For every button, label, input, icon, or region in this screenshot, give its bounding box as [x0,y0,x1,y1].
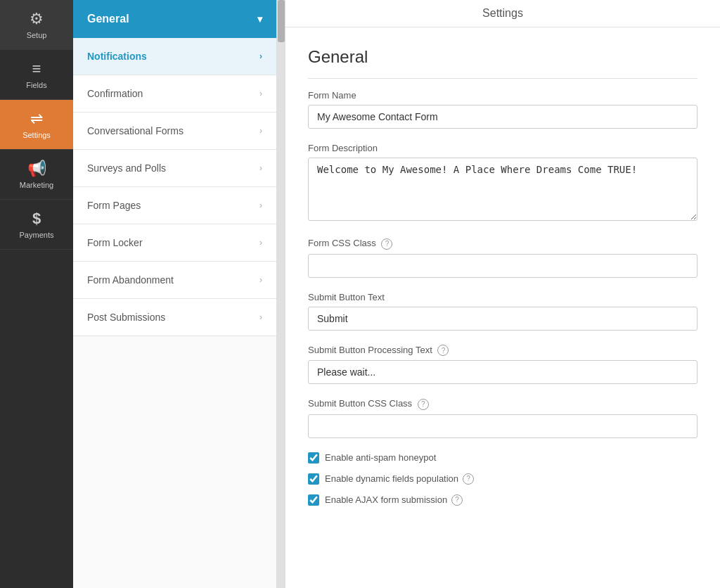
submit-button-text-group: Submit Button Text [308,292,698,331]
sidebar-item-label-confirmation: Confirmation [87,88,143,99]
submit-button-css-label: Submit Button CSS Class ? [308,398,698,410]
sidebar-item-label-form-abandonment: Form Abandonment [87,274,174,286]
antispam-label: Enable anti-spam honeypot [325,452,436,463]
second-sidebar: General ▾ Notifications › Confirmation ›… [73,0,277,588]
submit-button-processing-group: Submit Button Processing Text ? [308,345,698,385]
form-css-class-input[interactable] [308,254,698,278]
main-content: Settings General Form Name Form Descript… [285,0,720,588]
dynamic-fields-help-icon[interactable]: ? [463,473,474,485]
payments-icon: $ [32,210,41,228]
content-area: General Form Name Form Description Welco… [285,27,720,588]
form-css-class-group: Form CSS Class ? [308,238,698,278]
submit-button-processing-input[interactable] [308,360,698,384]
dynamic-fields-checkbox-group: Enable dynamic fields population ? [308,473,698,485]
ajax-submit-checkbox[interactable] [308,494,319,506]
fields-icon: ≡ [32,60,41,78]
ajax-submit-help-icon[interactable]: ? [451,494,463,506]
sidebar-item-setup[interactable]: ⚙ Setup [0,0,73,50]
sidebar-item-payments[interactable]: $ Payments [0,200,73,250]
sidebar-item-fields[interactable]: ≡ Fields [0,50,73,100]
sidebar-item-label-surveys-polls: Surveys and Polls [87,162,166,174]
second-sidebar-header-label: General [87,13,129,25]
submit-button-processing-label: Submit Button Processing Text ? [308,345,698,357]
sidebar-item-label-notifications: Notifications [87,51,147,62]
chevron-right-icon: › [259,126,262,136]
antispam-checkbox[interactable] [308,452,319,464]
submit-css-help-icon[interactable]: ? [418,399,429,410]
sidebar-item-post-submissions[interactable]: Post Submissions › [73,299,276,336]
form-name-label: Form Name [308,90,698,101]
submit-button-css-input[interactable] [308,414,698,438]
sidebar-item-form-locker[interactable]: Form Locker › [73,224,276,262]
sidebar-item-label-form-pages: Form Pages [87,200,141,211]
marketing-icon: 📢 [27,160,46,178]
left-sidebar: ⚙ Setup ≡ Fields ⇌ Settings 📢 Marketing … [0,0,73,588]
form-description-label: Form Description [308,143,698,153]
section-title: General [308,47,698,79]
ajax-submit-label: Enable AJAX form submission [325,494,447,505]
sidebar-item-notifications[interactable]: Notifications › [73,38,276,75]
chevron-right-icon: › [259,312,262,322]
sidebar-item-surveys-polls[interactable]: Surveys and Polls › [73,150,276,187]
submit-button-css-group: Submit Button CSS Class ? [308,398,698,438]
setup-icon: ⚙ [30,10,44,28]
chevron-down-icon: ▾ [257,13,262,25]
sidebar-item-label-marketing: Marketing [20,181,53,189]
sidebar-item-label-post-submissions: Post Submissions [87,312,165,323]
second-sidebar-header[interactable]: General ▾ [73,0,276,38]
chevron-right-icon: › [259,51,262,61]
antispam-checkbox-group: Enable anti-spam honeypot [308,452,698,464]
form-css-class-help-icon[interactable]: ? [381,238,392,250]
sidebar-item-conversational-forms[interactable]: Conversational Forms › [73,113,276,150]
sidebar-item-form-abandonment[interactable]: Form Abandonment › [73,262,276,299]
dynamic-fields-checkbox[interactable] [308,473,319,485]
top-bar-title: Settings [482,7,523,19]
submit-processing-help-icon[interactable]: ? [437,345,449,356]
sidebar-item-label-setup: Setup [27,31,47,39]
sidebar-item-settings[interactable]: ⇌ Settings [0,100,73,150]
sidebar-item-label-fields: Fields [26,81,46,89]
chevron-right-icon: › [259,163,262,173]
form-name-group: Form Name [308,90,698,129]
sidebar-item-label-conversational-forms: Conversational Forms [87,125,184,136]
form-name-input[interactable] [308,105,698,129]
sidebar-item-confirmation[interactable]: Confirmation › [73,75,276,113]
submit-button-text-label: Submit Button Text [308,292,698,302]
top-bar: Settings [285,0,720,27]
chevron-right-icon: › [259,275,262,285]
chevron-right-icon: › [259,200,262,210]
sidebar-item-form-pages[interactable]: Form Pages › [73,187,276,224]
scrollbar-thumb [278,0,285,42]
chevron-right-icon: › [259,238,262,248]
form-description-textarea[interactable]: Welcome to My Awesome! A Place Where Dre… [308,158,698,221]
form-description-group: Form Description Welcome to My Awesome! … [308,143,698,224]
dynamic-fields-label: Enable dynamic fields population [325,473,458,484]
submit-button-text-input[interactable] [308,307,698,331]
sidebar-item-label-settings: Settings [22,131,51,139]
chevron-right-icon: › [259,89,262,98]
form-css-class-label: Form CSS Class ? [308,238,698,250]
ajax-submit-checkbox-group: Enable AJAX form submission ? [308,494,698,506]
settings-icon: ⇌ [30,110,43,128]
sidebar-item-label-form-locker: Form Locker [87,237,143,248]
scrollbar-area [277,0,285,588]
sidebar-item-label-payments: Payments [20,231,54,239]
sidebar-item-marketing[interactable]: 📢 Marketing [0,150,73,200]
